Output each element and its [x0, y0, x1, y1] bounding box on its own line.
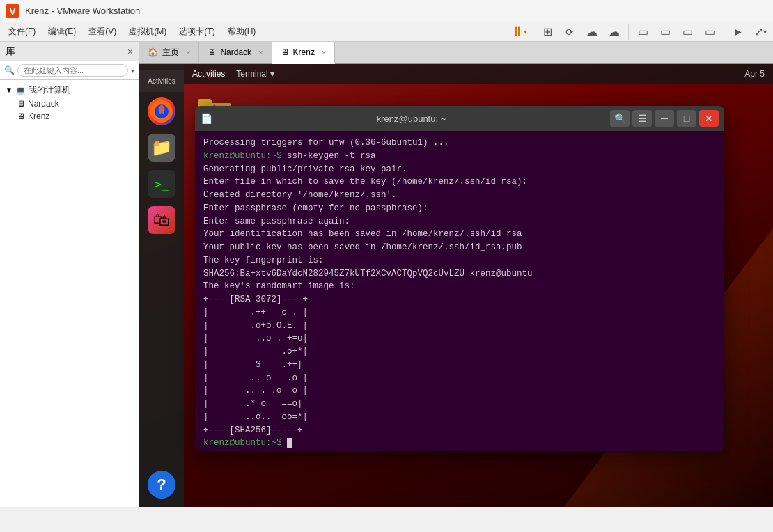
tree-item-my-computer[interactable]: ▼ 💻 我的计算机: [0, 83, 139, 97]
ubuntu-desktop: Activities Terminal ▾ Apr 5 Activities: [139, 64, 773, 507]
menu-tabs[interactable]: 选项卡(T): [173, 23, 220, 40]
term-prompt-1: krenz@ubuntu:~$: [203, 151, 287, 161]
terminal-close-button[interactable]: ✕: [699, 110, 719, 127]
term-line-8: Your public key has been saved in /home/…: [203, 241, 716, 254]
tree-item-krenz[interactable]: 🖥 Krenz: [0, 110, 139, 123]
sidebar-search: 🔍 ▾: [0, 61, 139, 80]
tab-nardack-close[interactable]: ×: [258, 48, 263, 56]
menu-file[interactable]: 文件(F): [3, 23, 41, 40]
terminal-title-icon: 📄: [201, 113, 212, 124]
topbar-right: Apr 5: [744, 69, 765, 79]
term-line-10: SHA256:Ba+xtv6DaYdcN282945Z7kUTf2XCvACTQ…: [203, 267, 716, 281]
term-line-18: | .. o .o |: [203, 372, 716, 385]
term-line-2: Generating public/private rsa key pair.: [203, 163, 716, 176]
ubuntu-topbar: Activities Terminal ▾ Apr 5: [184, 64, 773, 84]
menu-edit[interactable]: 编辑(E): [42, 23, 81, 40]
terminal-maximize-button[interactable]: □: [677, 110, 696, 127]
svg-rect-5: [198, 99, 212, 106]
tab-home[interactable]: 🏠 主页 ×: [139, 42, 199, 63]
sidebar: 库 × 🔍 ▾ ▼ 💻 我的计算机 🖥 Nardack 🖥 Krenz: [0, 42, 139, 507]
dock-help[interactable]: ?: [145, 468, 178, 501]
term-line-4: Created directory '/home/krenz/.ssh'.: [203, 189, 716, 202]
tab-krenz-label: Krenz: [293, 47, 315, 57]
term-line-22: +----[SHA256]-----+: [203, 424, 716, 437]
terminal-minimize-button[interactable]: ─: [655, 110, 674, 127]
term-line-9: The key fingerprint is:: [203, 254, 716, 267]
terminal-search-button[interactable]: 🔍: [610, 110, 630, 127]
cloud2-button[interactable]: ☁: [604, 22, 624, 42]
term-cursor: [287, 438, 292, 448]
terminal-body[interactable]: Processing triggers for ufw (0.36-6ubunt…: [195, 131, 724, 451]
help-icon: ?: [148, 471, 175, 499]
tree-krenz-label: Krenz: [28, 111, 49, 121]
view2-button[interactable]: ▭: [655, 22, 675, 42]
tree-item-nardack[interactable]: 🖥 Nardack: [0, 97, 139, 110]
tab-home-icon: 🏠: [148, 47, 158, 57]
terminal-menu-button[interactable]: ☰: [632, 110, 652, 127]
vm-icon-krenz: 🖥: [17, 111, 25, 121]
view3-button[interactable]: ▭: [678, 22, 697, 42]
term-line-5: Enter passphrase (empty for no passphras…: [203, 202, 716, 215]
terminal-window[interactable]: 📄 krenz@ubuntu: ~ 🔍 ☰ ─ □ ✕ Processing t…: [195, 106, 724, 451]
term-line-12: +----[RSA 3072]----+: [203, 293, 716, 306]
app-logo: V: [6, 4, 19, 18]
app-title: Krenz - VMware Workstation: [25, 6, 140, 16]
menu-bar: 文件(F) 编辑(E) 查看(V) 虚拟机(M) 选项卡(T) 帮助(H) ⏸▾…: [0, 22, 773, 42]
sidebar-close-button[interactable]: ×: [127, 46, 133, 57]
dock-terminal[interactable]: >_: [145, 167, 178, 201]
tab-krenz[interactable]: 🖥 Krenz ×: [272, 42, 336, 64]
search-dropdown-icon[interactable]: ▾: [131, 67, 134, 75]
term-line-21: | ..o.. oo=*|: [203, 411, 716, 424]
firefox-icon: [148, 97, 175, 125]
cloud1-button[interactable]: ☁: [582, 22, 602, 42]
tree-nardack-label: Nardack: [28, 99, 59, 109]
menu-help[interactable]: 帮助(H): [222, 23, 262, 40]
dock-firefox[interactable]: [145, 95, 178, 128]
term-line-1: krenz@ubuntu:~$ ssh-keygen -t rsa: [203, 150, 716, 163]
term-line-6: Enter same passphrase again:: [203, 215, 716, 228]
vm-icon-nardack: 🖥: [17, 99, 25, 109]
dock-files[interactable]: 📁: [145, 131, 178, 164]
term-line-20: | .* o ==o|: [203, 398, 716, 411]
term-line-15: | ..o . +=o|: [203, 332, 716, 345]
content-area: 🏠 主页 × 🖥 Nardack × 🖥 Krenz ×: [139, 42, 773, 507]
snapshot-button[interactable]: ⟳: [560, 22, 579, 42]
dock-activities[interactable]: Activities: [139, 70, 184, 92]
term-line-3: Enter file in which to save the key (/ho…: [203, 175, 716, 189]
appstore-icon: 🛍: [148, 206, 175, 234]
toolbar-sep-2: [628, 24, 629, 40]
tab-nardack-icon: 🖥: [208, 47, 216, 57]
term-line-7: Your identification has been saved in /h…: [203, 228, 716, 241]
fullscreen-button[interactable]: ►: [728, 22, 748, 42]
tab-krenz-close[interactable]: ×: [322, 48, 326, 56]
terminal-menu[interactable]: Terminal ▾: [236, 69, 274, 79]
term-line-11: The key's randomart image is:: [203, 280, 716, 293]
search-input[interactable]: [17, 64, 128, 77]
terminal-title: krenz@ubuntu: ~: [217, 114, 606, 124]
tree-my-computer-label: 我的计算机: [29, 84, 70, 96]
dock-appstore[interactable]: 🛍: [145, 203, 178, 237]
menu-vm[interactable]: 虚拟机(M): [123, 23, 172, 40]
vm-viewport[interactable]: Activities Terminal ▾ Apr 5 Activities: [139, 64, 773, 507]
tab-bar: 🏠 主页 × 🖥 Nardack × 🖥 Krenz ×: [139, 42, 773, 64]
tab-nardack[interactable]: 🖥 Nardack ×: [199, 42, 272, 63]
send-keys-button[interactable]: ⊞: [538, 22, 557, 42]
view4-button[interactable]: ▭: [700, 22, 719, 42]
activities-button[interactable]: Activities: [192, 69, 225, 79]
terminal-btn-group: 🔍 ☰ ─ □ ✕: [610, 110, 719, 127]
tab-home-close[interactable]: ×: [186, 48, 190, 56]
tab-nardack-label: Nardack: [220, 47, 251, 57]
term-final-prompt: krenz@ubuntu:~$: [203, 438, 287, 448]
term-line-16: | = .o+*|: [203, 345, 716, 359]
terminal-titlebar: 📄 krenz@ubuntu: ~ 🔍 ☰ ─ □ ✕: [195, 106, 724, 131]
term-line-prompt[interactable]: krenz@ubuntu:~$: [203, 437, 716, 450]
pause-button[interactable]: ⏸▾: [509, 22, 529, 42]
sidebar-title: 库: [6, 45, 15, 58]
menu-view[interactable]: 查看(V): [83, 23, 122, 40]
term-line-14: | .o+o.O.E. |: [203, 320, 716, 333]
topbar-time: Apr 5: [744, 69, 765, 79]
view1-button[interactable]: ▭: [633, 22, 653, 42]
expand-button[interactable]: ⤢▾: [751, 22, 770, 42]
toolbar-sep-3: [724, 24, 724, 40]
term-line-17: | S .++|: [203, 359, 716, 372]
